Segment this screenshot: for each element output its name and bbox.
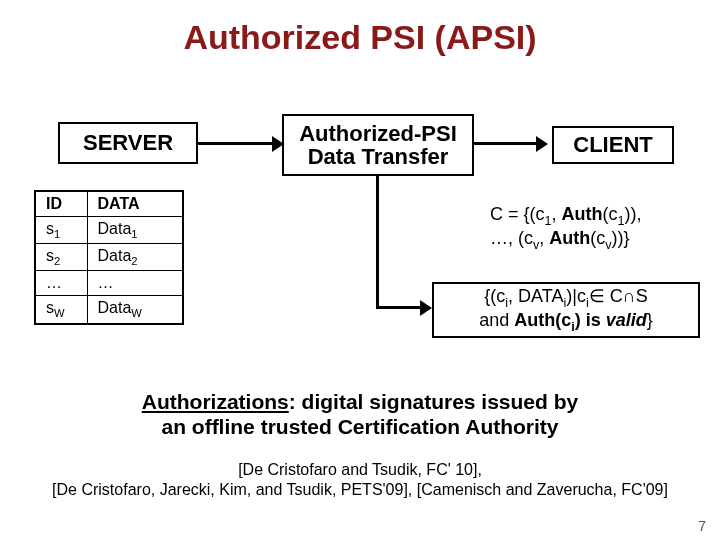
page-title: Authorized PSI (APSI) <box>0 0 720 57</box>
apsi-line2: Data Transfer <box>308 144 449 169</box>
page-number: 7 <box>698 518 706 534</box>
apsi-line1: Authorized-PSI <box>299 121 457 146</box>
apsi-box: Authorized-PSI Data Transfer <box>282 114 474 176</box>
server-table: ID DATA s1Data1s2Data2……sWDataW <box>34 190 184 325</box>
cell-data: DataW <box>87 296 183 324</box>
th-id: ID <box>35 191 87 217</box>
cell-data: Data1 <box>87 217 183 244</box>
table-row: s2Data2 <box>35 244 183 271</box>
diagram: SERVER Authorized-PSI Data Transfer CLIE… <box>0 110 720 370</box>
result-box: {(ci, DATAi)|ci∈ C∩Sand Auth(ci) is vali… <box>432 282 700 338</box>
server-box: SERVER <box>58 122 198 164</box>
references: [De Cristofaro and Tsudik, FC' 10], [De … <box>0 460 720 500</box>
ref-line2: [De Cristofaro, Jarecki, Kim, and Tsudik… <box>52 481 668 498</box>
cell-data: Data2 <box>87 244 183 271</box>
cell-id: s2 <box>35 244 87 271</box>
table-row: …… <box>35 271 183 296</box>
ref-line1: [De Cristofaro and Tsudik, FC' 10], <box>238 461 482 478</box>
table-row: s1Data1 <box>35 217 183 244</box>
cell-id: … <box>35 271 87 296</box>
caption: Authorizations: digital signatures issue… <box>0 390 720 440</box>
client-set: C = {(c1, Auth(c1)),…, (cv, Auth(cv))} <box>490 204 700 252</box>
cell-data: … <box>87 271 183 296</box>
cell-id: s1 <box>35 217 87 244</box>
client-box: CLIENT <box>552 126 674 164</box>
cell-id: sW <box>35 296 87 324</box>
th-data: DATA <box>87 191 183 217</box>
table-row: sWDataW <box>35 296 183 324</box>
